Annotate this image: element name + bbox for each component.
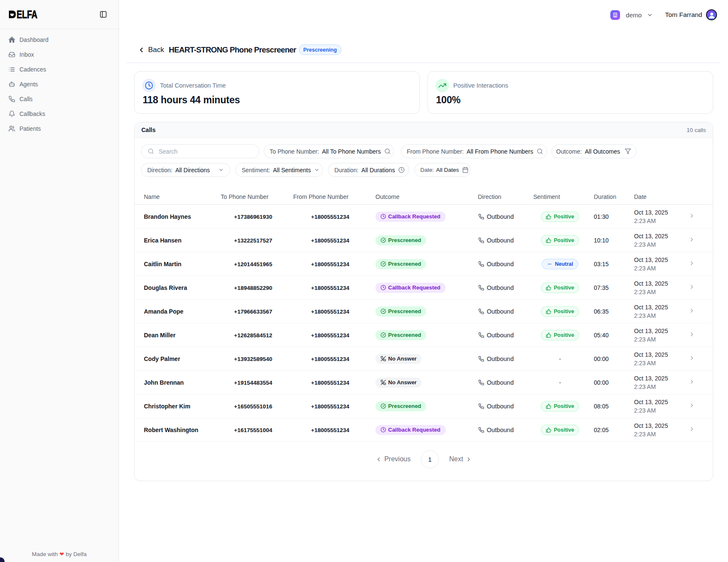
svg-text:ELFA: ELFA <box>17 9 37 21</box>
